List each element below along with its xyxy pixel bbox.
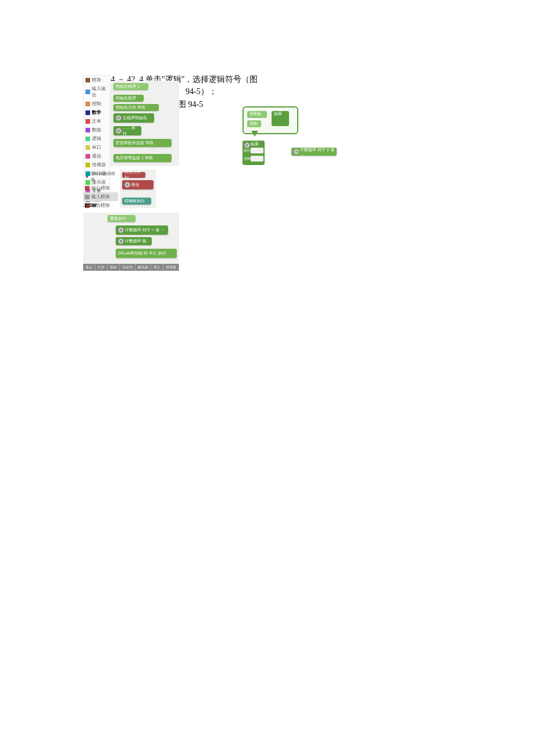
logic-popup: 否则执行 如果 否则	[242, 106, 298, 134]
count-loop-block-right[interactable]: 计数循环 对于 2 项 →	[291, 148, 337, 156]
sidebar-item[interactable]: 模块	[84, 76, 110, 84]
sidebar-item[interactable]: 通信	[84, 152, 110, 160]
gear-icon	[294, 149, 299, 155]
logic-if-else-block[interactable]: 如果 执行 否则	[242, 141, 265, 165]
toolbar-btn[interactable]: 打开	[95, 264, 108, 271]
block-voltage[interactable]: 电压管理直接 1 审核	[113, 154, 172, 162]
block-flyout-1: 初始化程序 1 初始化程序 初始化方向 审核 主程序初始化 …… 执行 定值等价…	[110, 81, 179, 166]
sub-item[interactable]: 核心模块	[83, 184, 118, 192]
sidebar-item[interactable]: 控制	[84, 99, 110, 108]
block-dslab-smart[interactable]: DSLab有智能 转 中止 执行	[116, 249, 177, 258]
else-slot	[251, 156, 263, 162]
then-label: 执行	[244, 148, 251, 153]
if-label: 如果	[251, 141, 259, 147]
popup-block-if[interactable]: 如果	[272, 111, 289, 126]
block-union[interactable]: 联合	[122, 180, 154, 189]
block-rotate[interactable]: 转钢板执行	[122, 198, 151, 205]
sidebar-item[interactable]: 数组	[84, 126, 110, 134]
popup-block-else-exec[interactable]: 否则执行	[247, 111, 267, 118]
else-label: 否则	[244, 156, 251, 162]
block-count-board[interactable]: 计数循环 板	[116, 237, 152, 245]
toolbar-btn[interactable]: 管理器	[163, 264, 179, 271]
toolbar-btn[interactable]: 保存	[108, 264, 120, 271]
block-flyout-2: 设置方向到 联合 转钢板执行	[120, 170, 156, 208]
gear-icon	[116, 128, 122, 134]
block-main-init[interactable]: 主程序初始化	[113, 113, 154, 123]
block-fixed-val[interactable]: 定值等价并直接 审核	[113, 139, 172, 147]
gear-icon	[118, 227, 124, 233]
sidebar-item[interactable]: 逻辑	[84, 134, 110, 143]
sidebar-item[interactable]: 数学	[84, 108, 110, 117]
toolbar-btn[interactable]: 另存为	[120, 264, 135, 271]
popup-tail-icon	[251, 131, 258, 137]
block-init-dir[interactable]: 初始化方向 审核	[113, 104, 159, 111]
esw-label: .ESW	[83, 202, 97, 208]
toolbar-btn[interactable]: 单位	[83, 264, 95, 271]
gear-icon	[118, 238, 124, 244]
sub-item-selected[interactable]: 输入模块	[83, 192, 118, 201]
block-set-dir[interactable]: 设置方向到	[122, 172, 145, 178]
sidebar-item[interactable]: 传感器	[84, 160, 110, 169]
popup-block-else[interactable]: 否则	[247, 120, 261, 127]
if-slot	[251, 148, 263, 153]
page-root: 图 94 － 42. 4 单击"逻辑"，选择逻辑符号（图 94-5）； 图 94…	[0, 0, 535, 756]
gear-icon	[124, 182, 130, 188]
block-flyout-3: 重复执行 计数循环 对于 = 项 → 计数循环 板 DSLab有智能 转 中止 …	[83, 213, 179, 264]
sidebar-item[interactable]: 文本	[84, 117, 110, 126]
block-exec[interactable]: …… 执行	[113, 126, 141, 135]
block-init[interactable]: 初始化程序 1	[113, 83, 148, 90]
sidebar-item[interactable]: 串口	[84, 143, 110, 152]
toolbar-btn[interactable]: 导入	[151, 264, 163, 271]
toolbar-btn[interactable]: 解决器	[135, 264, 151, 271]
sidebar-item[interactable]: 输入输出	[84, 84, 110, 99]
caption-94-5: 图 94-5	[178, 99, 203, 110]
block-init2[interactable]: 初始化程序	[113, 95, 144, 102]
sub-header[interactable]: ▼ DSLab超级模块	[83, 170, 118, 184]
caption-94-5-end: 94-5）；	[186, 87, 217, 97]
block-count-loop[interactable]: 计数循环 对于 = 项 →	[116, 225, 168, 235]
bottom-toolbar: 单位 打开 保存 另存为 解决器 导入 管理器	[83, 264, 179, 271]
block-repeat[interactable]: 重复执行	[108, 215, 135, 222]
gear-icon	[116, 115, 122, 121]
